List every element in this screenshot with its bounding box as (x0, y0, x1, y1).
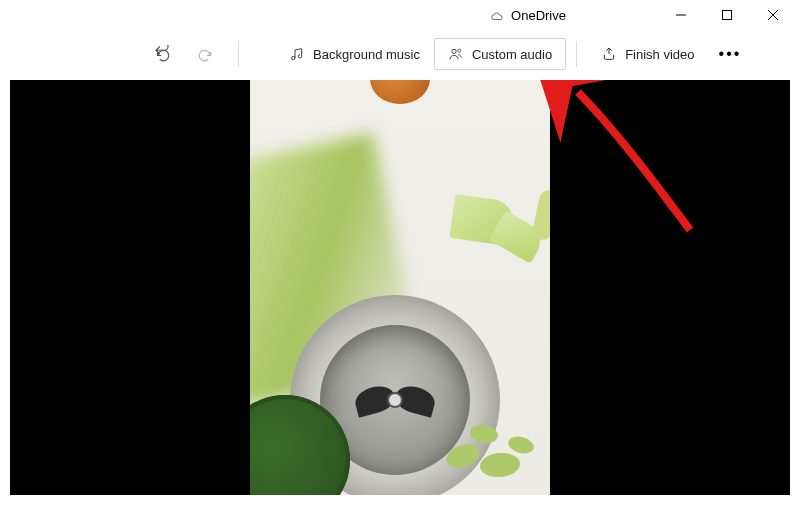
undo-button[interactable] (140, 34, 184, 74)
video-preview-stage[interactable] (10, 80, 790, 495)
video-frame (250, 80, 550, 495)
close-button[interactable] (750, 0, 796, 30)
custom-audio-label: Custom audio (472, 47, 552, 62)
toolbar: Background music Custom audio Finish vid… (0, 30, 800, 78)
onedrive-label: OneDrive (511, 8, 566, 23)
svg-rect-1 (723, 11, 732, 20)
redo-button[interactable] (184, 34, 228, 74)
onedrive-cloud-icon (490, 8, 505, 23)
finish-video-label: Finish video (625, 47, 694, 62)
svg-point-4 (452, 49, 456, 53)
custom-audio-button[interactable]: Custom audio (434, 38, 566, 70)
minimize-button[interactable] (658, 0, 704, 30)
toolbar-separator (576, 41, 577, 67)
content-area (0, 78, 800, 505)
window-controls (658, 0, 796, 30)
share-icon (601, 46, 617, 62)
title-bar-center: OneDrive (0, 8, 658, 23)
svg-point-5 (458, 49, 461, 52)
toolbar-separator (238, 41, 239, 67)
music-note-icon (289, 46, 305, 62)
more-options-button[interactable]: ••• (709, 45, 752, 63)
people-icon (448, 46, 464, 62)
annotation-arrow (550, 80, 730, 283)
background-music-label: Background music (313, 47, 420, 62)
background-music-button[interactable]: Background music (275, 38, 434, 70)
maximize-button[interactable] (704, 0, 750, 30)
finish-video-button[interactable]: Finish video (587, 38, 708, 70)
title-bar: OneDrive (0, 0, 800, 30)
